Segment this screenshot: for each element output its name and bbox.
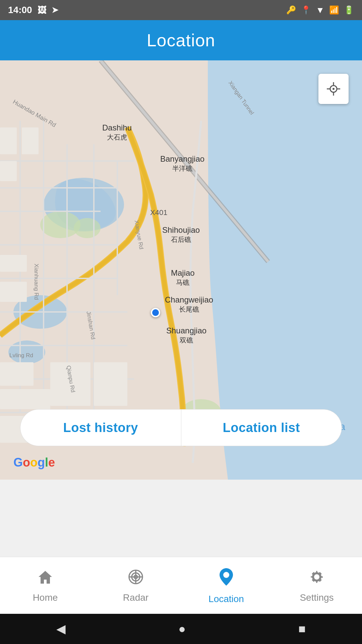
radar-icon — [127, 568, 144, 590]
svg-point-2 — [40, 211, 80, 238]
svg-point-38 — [333, 88, 335, 90]
nav-location-label: Location — [208, 594, 244, 604]
android-back-button[interactable]: ◀ — [56, 622, 66, 636]
nav-settings[interactable]: Settings — [272, 568, 362, 603]
action-buttons: Lost history Location list — [0, 409, 362, 446]
lost-history-button[interactable]: Lost history — [20, 409, 181, 446]
key-icon: 🔑 — [286, 5, 296, 15]
svg-point-44 — [223, 572, 229, 578]
svg-rect-27 — [0, 362, 34, 386]
google-logo: Google — [13, 455, 55, 470]
location-status-icon: 📍 — [301, 5, 311, 15]
svg-rect-26 — [0, 282, 27, 302]
signal-icon: 📶 — [329, 5, 339, 15]
photo-icon: 🖼 — [38, 5, 46, 15]
nav-radar[interactable]: Radar — [90, 568, 181, 603]
bottom-nav: Home Radar Location Set — [0, 557, 362, 614]
svg-point-5 — [8, 340, 45, 364]
svg-rect-24 — [0, 161, 17, 181]
page-title: Location — [147, 30, 216, 50]
svg-rect-23 — [22, 127, 39, 154]
status-left: 14:00 🖼 ➤ — [8, 5, 58, 15]
location-nav-icon — [218, 567, 235, 591]
home-icon — [37, 568, 54, 590]
settings-icon — [308, 568, 325, 590]
nav-settings-label: Settings — [300, 592, 334, 603]
android-home-button[interactable]: ● — [178, 622, 186, 636]
time-display: 14:00 — [8, 5, 32, 15]
nav-location[interactable]: Location — [181, 567, 272, 604]
status-right: 🔑 📍 ▼ 📶 🔋 — [286, 5, 354, 15]
svg-rect-29 — [50, 362, 90, 406]
gps-icon — [325, 80, 342, 97]
svg-rect-22 — [0, 127, 17, 154]
current-location-dot — [151, 308, 160, 317]
map-container[interactable]: Dashihu 大石虎 Banyangjiao 半洋礁 X401 Shihouj… — [0, 60, 362, 480]
wifi-icon: ▼ — [316, 5, 324, 15]
gps-button[interactable] — [318, 74, 349, 104]
svg-rect-30 — [94, 362, 127, 406]
battery-icon: 🔋 — [344, 5, 354, 15]
app-bar: Location — [0, 20, 362, 60]
android-nav: ◀ ● ■ — [0, 614, 362, 644]
nav-home-label: Home — [33, 592, 58, 603]
svg-point-3 — [74, 218, 101, 238]
send-icon: ➤ — [52, 5, 58, 15]
status-bar: 14:00 🖼 ➤ 🔑 📍 ▼ 📶 🔋 — [0, 0, 362, 20]
location-list-button[interactable]: Location list — [181, 409, 342, 446]
nav-radar-label: Radar — [123, 592, 148, 603]
svg-rect-28 — [0, 389, 50, 409]
svg-rect-25 — [0, 255, 27, 272]
nav-home[interactable]: Home — [0, 568, 90, 603]
android-recents-button[interactable]: ■ — [298, 622, 306, 636]
